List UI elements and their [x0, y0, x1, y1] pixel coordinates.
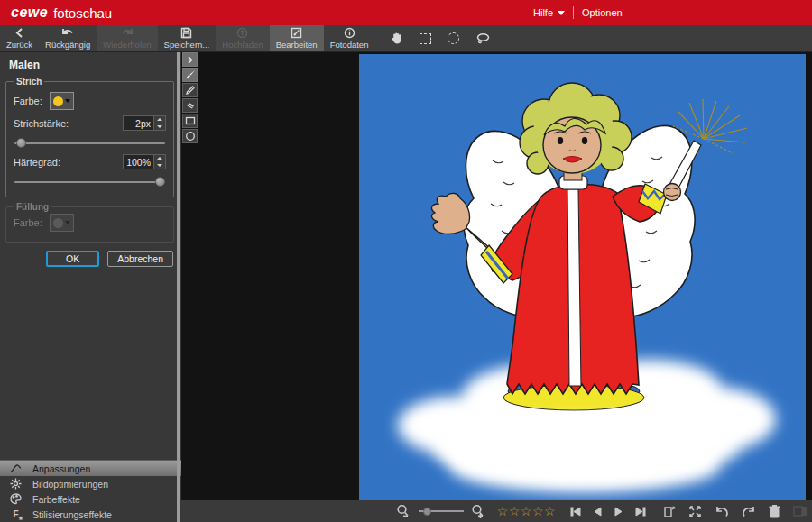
eraser-tool-button[interactable] — [182, 98, 198, 113]
stroke-width-slider-thumb[interactable] — [16, 138, 26, 148]
undo-label: Rückgängig — [45, 40, 90, 50]
help-menu[interactable]: Hilfe — [533, 7, 565, 18]
star-icon[interactable]: ☆ — [509, 505, 521, 517]
lasso-select-button[interactable] — [467, 25, 499, 51]
hardness-down-button[interactable] — [154, 162, 165, 169]
zoom-slider[interactable] — [419, 506, 464, 517]
stroke-width-up-button[interactable] — [154, 116, 165, 124]
spin-down-icon — [157, 125, 162, 128]
rotate-right-button[interactable] — [742, 505, 756, 517]
hardness-slider[interactable] — [14, 176, 165, 188]
edit-label: Bearbeiten — [276, 40, 318, 50]
help-label: Hilfe — [533, 7, 553, 18]
fill-group-legend: Füllung — [14, 202, 51, 212]
fill-color-swatch — [53, 218, 63, 228]
hardness-up-button[interactable] — [154, 155, 165, 162]
back-chevron-icon — [14, 27, 26, 39]
first-icon — [570, 507, 581, 517]
options-menu[interactable]: Optionen — [582, 7, 623, 18]
menu-divider — [573, 6, 574, 19]
next-image-button[interactable] — [614, 507, 623, 517]
hardness-input[interactable] — [124, 155, 153, 169]
redo-arrow-icon — [120, 27, 134, 39]
edit-button[interactable]: Bearbeiten — [270, 25, 324, 51]
collapse-chevron-icon — [187, 56, 193, 64]
first-image-button[interactable] — [570, 507, 581, 517]
zoom-in-button[interactable] — [471, 504, 486, 518]
star-icon[interactable]: ☆ — [544, 505, 556, 517]
zoom-out-button[interactable] — [396, 504, 411, 518]
category-farbeffekte[interactable]: Farbeffekte — [0, 491, 181, 507]
stroke-width-spinner — [123, 115, 166, 131]
hardness-slider-thumb[interactable] — [155, 177, 165, 187]
cancel-button[interactable]: Abbrechen — [107, 251, 173, 267]
category-bildoptimierungen[interactable]: Bildoptimierungen — [0, 476, 181, 491]
stroke-color-label: Farbe: — [14, 96, 42, 106]
rating-stars[interactable]: ☆☆☆☆☆ — [497, 505, 556, 517]
rotate-left-button[interactable] — [715, 505, 729, 517]
curve-icon — [10, 462, 22, 474]
rect-select-icon — [420, 33, 431, 44]
previous-image-button[interactable] — [594, 507, 602, 517]
undo-arrow-icon — [60, 27, 75, 39]
effect-categories: Anpassungen Bildoptimierungen Farbeffekt… — [0, 460, 181, 522]
fill-color-picker — [50, 214, 74, 232]
category-label: Anpassungen — [32, 463, 90, 474]
upload-button: Hochladen — [216, 25, 269, 51]
hand-tool-icon — [390, 32, 403, 45]
pencil-tool-button[interactable] — [182, 83, 198, 97]
next-icon — [614, 507, 623, 517]
stroke-width-label: Strichstärke: — [14, 118, 69, 129]
stroke-width-slider[interactable] — [14, 137, 165, 149]
delete-button[interactable] — [769, 505, 780, 518]
collapse-panel-button[interactable] — [182, 52, 198, 67]
info-circle-icon — [344, 27, 355, 39]
upload-label: Hochladen — [222, 40, 263, 50]
crop-rotate-button[interactable] — [662, 505, 676, 518]
palette-icon — [10, 493, 22, 505]
image-action-buttons — [659, 505, 812, 518]
ellipse-select-button[interactable] — [439, 25, 467, 51]
category-stilisierungseffekte[interactable]: F★ Stilisierungseffekte — [0, 507, 181, 522]
pencil-icon — [185, 85, 196, 96]
navigation-buttons — [567, 507, 650, 517]
category-anpassungen[interactable]: Anpassungen — [0, 461, 181, 476]
rectangle-tool-button[interactable] — [182, 114, 198, 128]
spin-up-icon — [157, 157, 162, 160]
compare-images-icon — [793, 505, 808, 517]
image-canvas[interactable] — [181, 52, 812, 500]
stroke-width-down-button[interactable] — [154, 124, 165, 131]
star-icon[interactable]: ☆ — [532, 505, 544, 517]
dialog-buttons: OK Abbrechen — [0, 251, 173, 267]
ok-button[interactable]: OK — [46, 251, 99, 267]
hand-tool-button[interactable] — [382, 25, 411, 51]
photodata-button[interactable]: Fotodaten — [324, 25, 375, 51]
zoom-slider-thumb[interactable] — [423, 508, 431, 516]
star-icon[interactable]: ☆ — [497, 505, 509, 517]
stroke-width-input[interactable] — [124, 116, 153, 130]
draw-tool-strip — [182, 52, 198, 143]
spin-down-icon — [157, 164, 162, 167]
angel-artwork-image[interactable] — [359, 54, 806, 500]
redo-label: Wiederholen — [103, 40, 151, 50]
brand-script: cewe — [11, 5, 48, 21]
fullscreen-expand-icon — [688, 505, 702, 518]
last-image-button[interactable] — [635, 507, 646, 517]
stroke-color-picker[interactable] — [50, 92, 74, 110]
panel-scrollbar[interactable] — [177, 52, 180, 522]
save-button[interactable]: Speichern... — [158, 25, 217, 51]
compare-button — [793, 505, 808, 517]
category-label: Farbeffekte — [32, 494, 80, 505]
hardness-spinner — [123, 154, 166, 169]
fullscreen-button[interactable] — [688, 505, 702, 518]
redo-button: Wiederholen — [97, 25, 157, 51]
main-toolbar: Zurück Rückgängig Wiederholen Speichern.… — [0, 25, 812, 52]
ellipse-tool-button[interactable] — [182, 129, 198, 143]
star-icon[interactable]: ☆ — [521, 505, 532, 517]
brush-tool-button[interactable] — [182, 68, 198, 82]
hardness-label: Härtegrad: — [14, 157, 60, 168]
back-button[interactable]: Zurück — [0, 25, 39, 51]
stroke-color-swatch — [53, 96, 63, 106]
undo-button[interactable]: Rückgängig — [39, 25, 97, 51]
rect-select-button[interactable] — [411, 25, 439, 51]
